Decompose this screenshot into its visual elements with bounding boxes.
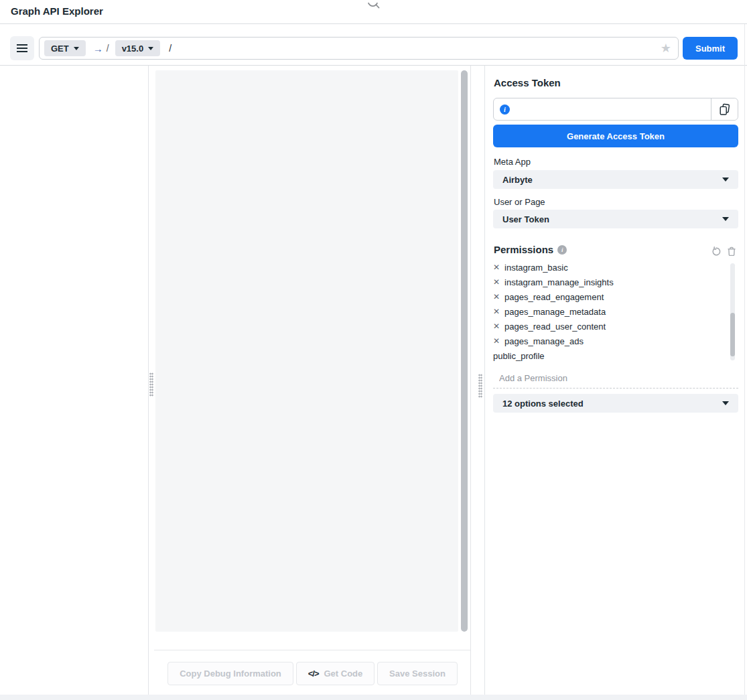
- permission-label: public_profile: [493, 351, 545, 361]
- search-icon[interactable]: [367, 0, 382, 12]
- root-slash: /: [107, 43, 109, 54]
- page-title: Graph API Explorer: [11, 5, 103, 17]
- submit-button[interactable]: Submit: [683, 37, 738, 60]
- access-token-sidebar: Access Token i Generate Access Token Met…: [484, 66, 747, 695]
- page-bottom-strip: [0, 695, 747, 700]
- method-dropdown[interactable]: GET: [44, 40, 86, 56]
- menu-button[interactable]: [10, 36, 34, 60]
- permissions-list[interactable]: ✕instagram_basic✕instagram_manage_insigh…: [493, 262, 728, 362]
- remove-permission-icon[interactable]: ✕: [493, 307, 500, 316]
- info-icon[interactable]: i: [500, 104, 510, 115]
- hamburger-icon: [17, 44, 27, 52]
- permission-item: ✕instagram_basic: [493, 262, 728, 275]
- user-or-page-label: User or Page: [494, 197, 545, 207]
- code-icon: </>: [308, 669, 319, 679]
- permission-item: ✕pages_manage_metadata: [493, 304, 728, 319]
- generate-access-token-button[interactable]: Generate Access Token: [493, 125, 738, 147]
- panel-resizer-right[interactable]: [471, 66, 484, 695]
- permission-label: instagram_manage_insights: [504, 277, 614, 287]
- clear-permissions-button[interactable]: [727, 247, 736, 257]
- save-session-button[interactable]: Save Session: [377, 662, 458, 685]
- user-or-page-value: User Token: [502, 214, 549, 224]
- fields-panel[interactable]: [0, 66, 149, 695]
- copy-debug-button[interactable]: Copy Debug Information: [167, 662, 293, 685]
- version-label: v15.0: [122, 44, 144, 54]
- drag-handle-icon: [149, 372, 153, 397]
- permission-label: pages_read_engagement: [504, 292, 604, 302]
- chevron-down-icon: [722, 178, 729, 182]
- undo-icon: [711, 247, 721, 257]
- remove-permission-icon[interactable]: ✕: [493, 292, 500, 301]
- chevron-down-icon: [722, 401, 729, 405]
- star-icon[interactable]: ★: [661, 42, 671, 54]
- remove-permission-icon[interactable]: ✕: [493, 322, 500, 331]
- permission-item: ✕instagram_manage_insights: [493, 275, 728, 289]
- get-code-button[interactable]: </> Get Code: [296, 662, 375, 685]
- user-or-page-select[interactable]: User Token: [493, 210, 738, 228]
- permission-item: ✕pages_manage_ads: [493, 334, 728, 348]
- chevron-down-icon: [74, 47, 79, 50]
- response-editor[interactable]: [155, 70, 458, 632]
- permissions-heading: Permissions: [494, 244, 553, 255]
- remove-permission-icon[interactable]: ✕: [493, 277, 500, 287]
- permission-label: pages_manage_ads: [504, 336, 584, 346]
- remove-permission-icon[interactable]: ✕: [493, 263, 500, 272]
- access-token-input[interactable]: i: [493, 98, 738, 121]
- permission-label: pages_read_user_content: [504, 322, 606, 332]
- permission-item: ✕pages_read_user_content: [493, 319, 728, 334]
- permission-label: instagram_basic: [504, 263, 568, 273]
- query-panel: Copy Debug Information </> Get Code Save…: [154, 66, 471, 695]
- meta-app-label: Meta App: [494, 157, 531, 167]
- version-dropdown[interactable]: v15.0: [115, 40, 161, 56]
- trash-icon: [727, 247, 736, 257]
- chevron-down-icon: [148, 47, 153, 50]
- options-selected-label: 12 options selected: [502, 399, 584, 409]
- permissions-heading-row: Permissions i: [494, 244, 567, 255]
- copy-debug-label: Copy Debug Information: [180, 669, 281, 679]
- arrow-icon: →: [93, 43, 103, 54]
- meta-app-value: Airbyte: [502, 175, 533, 185]
- permission-item: public_profile: [493, 348, 728, 362]
- permissions-scrollbar-thumb[interactable]: [730, 313, 735, 356]
- permission-label: pages_manage_metadata: [504, 307, 606, 317]
- drag-handle-icon: [478, 374, 482, 398]
- info-icon[interactable]: i: [557, 245, 567, 255]
- editor-scrollbar[interactable]: [461, 70, 468, 632]
- chevron-down-icon: [722, 217, 729, 221]
- permission-item: ✕pages_read_engagement: [493, 289, 728, 304]
- meta-app-select[interactable]: Airbyte: [493, 170, 738, 189]
- save-session-label: Save Session: [389, 669, 446, 679]
- copy-token-button[interactable]: [711, 98, 738, 120]
- page-scrollbar-track: [744, 24, 745, 695]
- path-input[interactable]: /: [169, 43, 661, 54]
- footer-divider: [154, 650, 470, 650]
- add-permission-input[interactable]: [493, 368, 738, 389]
- method-label: GET: [51, 44, 69, 54]
- request-url-bar[interactable]: GET → / v15.0 / ★: [39, 37, 679, 60]
- panel-resizer-left[interactable]: [149, 66, 154, 695]
- app-header: Graph API Explorer: [0, 0, 747, 24]
- undo-permissions-button[interactable]: [711, 247, 721, 257]
- remove-permission-icon[interactable]: ✕: [493, 336, 500, 346]
- copy-icon: [718, 103, 731, 116]
- request-toolbar: GET → / v15.0 / ★ Submit: [0, 24, 747, 66]
- permissions-options-select[interactable]: 12 options selected: [493, 394, 738, 413]
- main-area: Copy Debug Information </> Get Code Save…: [0, 66, 747, 695]
- permissions-tools: [711, 247, 736, 257]
- access-token-heading: Access Token: [494, 77, 561, 88]
- get-code-label: Get Code: [324, 669, 363, 679]
